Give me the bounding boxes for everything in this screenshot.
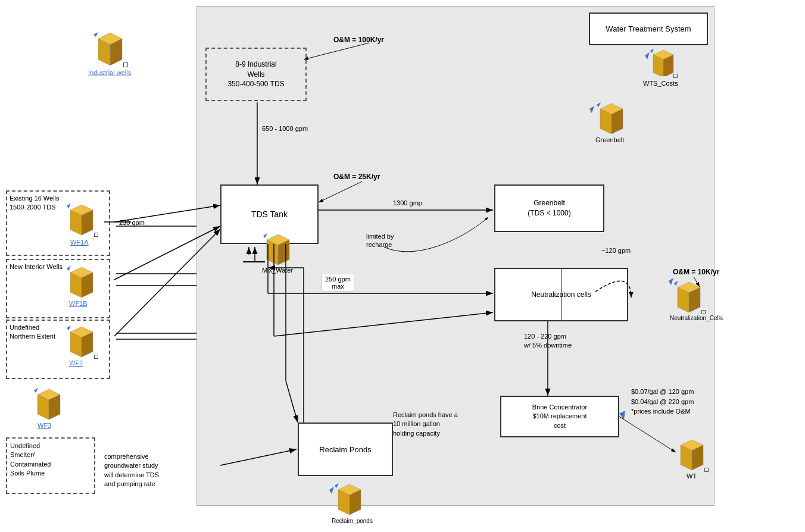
flow-1300-label: 1300 gmp [393, 199, 422, 206]
greenbelt-box-label: Greenbelt(TDS < 1000) [528, 198, 570, 218]
flow-120-label: ~120 gpm [601, 247, 631, 254]
wf1b-link[interactable]: WF1B [69, 300, 88, 307]
limited-by-recharge-label: limited byrecharge [366, 232, 394, 249]
wt-indicator [704, 468, 709, 472]
wt-cube-icon [676, 437, 709, 470]
mix-water-cube-area [262, 232, 295, 267]
greenbelt-box: Greenbelt(TDS < 1000) [494, 184, 604, 232]
mix-water-text: Mix_Water [262, 267, 293, 274]
groundwater-study-note: comprehensivegroundwater studywill deter… [104, 452, 159, 489]
wf2-link[interactable]: WF2 [69, 359, 83, 367]
wf1b-cube-icon [65, 265, 98, 298]
wf2-cube-icon [65, 324, 98, 357]
greenbelt-label-text: Greenbelt [595, 136, 624, 143]
neutralization-cells-node-label: Neutralization_Cells [670, 314, 723, 322]
svg-marker-47 [263, 233, 267, 238]
industrial-wells-cube-icon [92, 30, 128, 65]
industrial-wells-cube-area [92, 30, 128, 67]
flow-250-label: 250 gpmmax [322, 274, 354, 292]
industrial-wells-box: 8-9 IndustrialWells350-400-500 TDS [205, 48, 307, 101]
wf2-cube-area [65, 324, 98, 359]
cube-indicator [123, 62, 128, 67]
industrial-wells-desc: 8-9 IndustrialWells350-400-500 TDS [227, 60, 284, 89]
neutralization-cells-cube-area [673, 280, 706, 314]
svg-marker-66 [335, 483, 339, 488]
flow-230-label: 230 gpm [119, 219, 145, 226]
wf1a-indicator [94, 233, 98, 237]
flow-120-220-label: 120 - 220 gpmw/ 5% downtime [524, 332, 572, 351]
undefined-smelter-label: UndefinedSmelter/ContaminatedSoils Plume [10, 442, 51, 477]
wt-label: WT [687, 472, 697, 480]
brine-concentrator-label: Brine Concentrator$10M replacementcost [532, 403, 587, 430]
svg-marker-39 [67, 326, 71, 330]
om-25k-label: O&M = 25K/yr [333, 173, 380, 181]
reclaim-ponds-note: Reclaim ponds have a10 million gallonhol… [393, 411, 458, 438]
wts-costs-text: WTS_Costs [643, 80, 678, 87]
tds-tank-label: TDS Tank [251, 209, 288, 219]
neutralization-cells-label: Neutralization cells [531, 290, 591, 299]
wt-cube-area [676, 437, 709, 472]
reclaim-ponds-box: Reclaim Ponds [298, 423, 393, 476]
wf1a-link[interactable]: WF1A [70, 239, 89, 246]
reclaim-ponds-label-text: Reclaim_ponds [332, 518, 373, 524]
reclaim-ponds-node-label: Reclaim_ponds [332, 517, 373, 525]
industrial-wells-link[interactable]: Industrial wells [88, 69, 131, 76]
wf3-link[interactable]: WF3 [38, 422, 51, 429]
wf3-cube-icon [33, 387, 65, 420]
svg-marker-59 [674, 281, 678, 286]
wf1a-cube-icon [65, 202, 98, 235]
mix-water-label: Mix_Water [262, 266, 293, 274]
diagram-canvas: Water Treatment System 8-9 IndustrialWel… [0, 0, 805, 532]
industrial-wells-label: Industrial wells [88, 68, 131, 77]
wts-costs-cube-area [649, 48, 678, 78]
wf1b-cube-area [65, 265, 98, 299]
wts-costs-label: WTS_Costs [643, 79, 678, 87]
wts-costs-indicator [673, 74, 678, 78]
wf3-cube-area [33, 387, 65, 421]
undefined-smelter-box: UndefinedSmelter/ContaminatedSoils Plume [6, 437, 95, 494]
reclaim-ponds-box-label: Reclaim Ponds [319, 445, 371, 454]
wf1b-label: WF1B [69, 299, 88, 308]
svg-marker-43 [34, 388, 38, 393]
wf3-label: WF3 [38, 421, 51, 430]
wf2-indicator [94, 355, 98, 359]
greenbelt-cube-area [595, 101, 628, 136]
neutralization-cells-cube-icon [673, 280, 706, 312]
wts-costs-cube-icon [649, 48, 678, 76]
svg-marker-35 [67, 266, 71, 271]
neutralization-cells-box: Neutralization cells [494, 268, 628, 321]
svg-marker-31 [67, 204, 71, 208]
greenbelt-cube-icon [595, 101, 628, 134]
reclaim-ponds-cube-area [333, 482, 366, 517]
om-10k-label: O&M = 10K/yr [673, 268, 719, 276]
svg-marker-27 [93, 32, 98, 37]
flow-650-1000-label: 650 - 1000 gpm [262, 125, 308, 132]
mix-water-cube-icon [262, 232, 295, 265]
greenbelt-node-label: Greenbelt [595, 136, 624, 144]
neutralization-cells-node-text: Neutralization_Cells [670, 315, 723, 321]
wts-title: Water Treatment System [606, 24, 691, 33]
prices-label: $0.07/gal @ 120 gpm$0.04/gal @ 220 gpm*p… [631, 387, 694, 417]
om-100k-label: O&M = 100K/yr [333, 36, 384, 44]
reclaim-ponds-cube-icon [333, 482, 366, 515]
wt-label-text: WT [687, 472, 697, 480]
brine-concentrator-box: Brine Concentrator$10M replacementcost [500, 396, 619, 437]
wf1a-label: WF1A [70, 238, 89, 246]
wts-label-box: Water Treatment System [589, 12, 708, 45]
wf2-label: WF2 [69, 359, 83, 367]
svg-marker-55 [650, 49, 654, 53]
svg-marker-51 [597, 102, 601, 107]
wf1a-cube-area [65, 202, 98, 237]
